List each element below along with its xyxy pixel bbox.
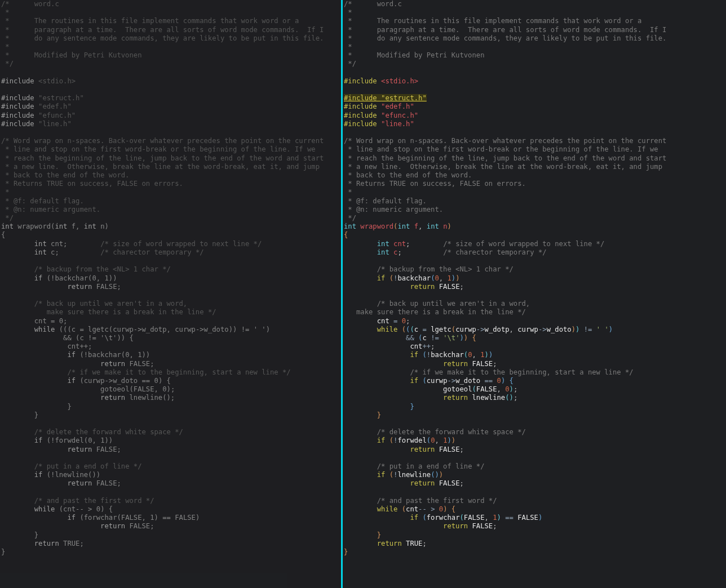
type-kw: int [34, 240, 47, 248]
comment: /* put in a end of line */ [34, 462, 142, 470]
num: 0 [431, 436, 435, 444]
var-name: cnt [67, 342, 79, 350]
num: 1 [100, 436, 104, 444]
num: 0 [154, 377, 158, 385]
include-target: "efunc.h" [38, 112, 76, 119]
const: FALSE [96, 283, 117, 291]
right-code[interactable]: /* word.c * * The routines in this file … [343, 0, 726, 556]
comment: * Modified by Petri Kutvonen [1, 51, 141, 59]
comment: /* if we make it to the beginning, start… [410, 368, 633, 376]
kw-return: return [100, 360, 125, 368]
num: 1 [480, 351, 484, 359]
comment: * paragraph at a time. There are all sor… [344, 26, 666, 34]
fn-call: gotoeol [100, 385, 129, 393]
fn-call: lnewline [55, 471, 88, 479]
comment: make sure there is a break in the line *… [34, 308, 216, 316]
comment: * [1, 8, 10, 16]
const: FALSE [464, 514, 485, 522]
var-name: cnt [377, 317, 389, 325]
ident: curwp [517, 326, 538, 333]
right-pane[interactable]: /* word.c * * The routines in this file … [343, 0, 726, 588]
member: w_doto [547, 326, 572, 333]
char-lit: ' ' [254, 326, 266, 333]
type-kw: int [377, 240, 389, 248]
kw-while: while [34, 505, 55, 513]
num: 1 [493, 514, 497, 522]
doc-comment: * a new line. Otherwise, break the line … [344, 163, 662, 171]
inline-comment: /* size of word wrapped to next line */ [100, 240, 262, 248]
kw-return: return [67, 479, 92, 487]
var-name: cnt [63, 505, 76, 513]
fn-call: lnewline [129, 394, 162, 402]
doc-comment: * @n: numeric argument. [344, 206, 443, 213]
include-target: "estruct.h" [381, 94, 427, 102]
const: FALSE [129, 360, 150, 368]
num: 0 [162, 385, 166, 393]
var-name: c [51, 248, 55, 256]
const: FALSE [439, 446, 460, 453]
comment: /* back up until we aren't in a word, [377, 300, 530, 308]
kw-if: if [377, 274, 386, 282]
type-kw: int [377, 248, 389, 256]
comment: */ [344, 60, 356, 68]
ret-type: int [344, 222, 356, 230]
fn-name: wrapword [360, 222, 393, 230]
kw-if: if [34, 436, 43, 444]
var-name: c [72, 326, 76, 333]
member: w_doto [455, 377, 480, 385]
kw-return: return [100, 522, 125, 530]
include-target: "line.h" [38, 120, 72, 128]
member: w_dotp [142, 326, 167, 333]
pp-include: #include [344, 77, 381, 85]
inline-comment: /* charector temporary */ [443, 248, 546, 256]
comment: /* delete the forward white space */ [34, 428, 183, 436]
pp-include: #include [344, 103, 381, 110]
param-name: n [100, 222, 104, 230]
num: 0 [435, 274, 439, 282]
left-code[interactable]: /* word.c * * The routines in this file … [0, 0, 341, 556]
include-target: "edef.h" [38, 103, 72, 110]
char-lit: '\t' [443, 334, 459, 342]
doc-comment: * a new line. Otherwise, break the line … [1, 163, 320, 171]
doc-comment: */ [344, 214, 356, 222]
comment: /* and past the first word */ [377, 497, 497, 505]
ident: curwp [175, 326, 196, 333]
include-target: "line.h" [381, 120, 414, 128]
include-target: <stdio.h> [38, 77, 76, 85]
kw-return: return [410, 283, 435, 291]
kw-return: return [67, 283, 92, 291]
diff-split-view: /* word.c * * The routines in this file … [0, 0, 726, 588]
var-name: c [393, 248, 397, 256]
fn-call: forwdel [397, 436, 426, 444]
num: 1 [448, 274, 451, 282]
fn-call: backchar [55, 274, 88, 282]
comment: * paragraph at a time. There are all sor… [1, 26, 324, 34]
doc-comment: * [1, 188, 10, 196]
const: FALSE [439, 283, 460, 291]
comment: /* backup from the <NL> 1 char */ [34, 265, 171, 273]
include-target: "edef.h" [381, 103, 414, 110]
kw-return: return [443, 360, 468, 368]
pp-include: #include [344, 94, 381, 102]
ident: curwp [455, 326, 476, 333]
current-line-highlight: #include "estruct.h" [344, 94, 427, 102]
type-kw: int [34, 248, 47, 256]
char-lit: ' ' [596, 326, 609, 333]
comment: /* if we make it to the beginning, start… [67, 368, 290, 376]
param-type: int [397, 222, 410, 230]
comment: * Modified by Petri Kutvonen [344, 51, 484, 59]
comment: */ [1, 60, 14, 68]
param-type: int [427, 222, 439, 230]
char-lit: '\t' [100, 334, 117, 342]
comment: * The routines in this file implement co… [1, 17, 299, 25]
kw-return: return [34, 540, 59, 547]
const: FALSE [96, 446, 117, 453]
member: w_doto [204, 326, 229, 333]
pp-include: #include [1, 77, 38, 85]
left-pane[interactable]: /* word.c * * The routines in this file … [0, 0, 341, 588]
doc-comment: * @n: numeric argument. [1, 206, 100, 213]
comment: * do any sentence mode commands, they ar… [344, 34, 666, 42]
ident: curwp [427, 377, 448, 385]
fn-call: forwchar [84, 514, 117, 522]
var-name: cnt [406, 505, 418, 513]
